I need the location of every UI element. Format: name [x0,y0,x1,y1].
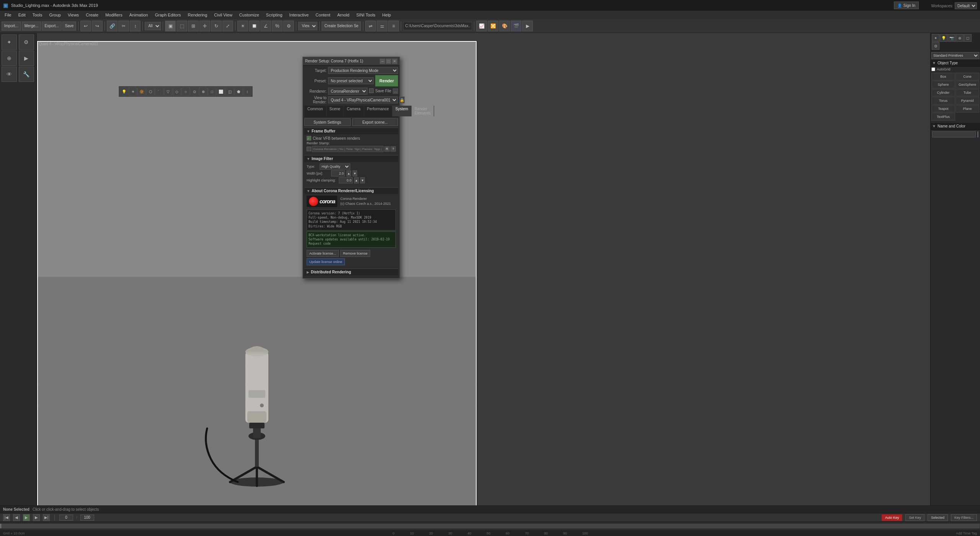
light-btn-6[interactable]: ▽ [164,87,172,96]
menu-arnold[interactable]: Arnold [334,11,353,19]
path-input[interactable] [403,22,472,30]
rs-target-select[interactable]: Production Rendering Mode [328,67,398,74]
rp-icon-5[interactable]: ◻ [964,34,972,42]
rs-close-btn[interactable]: ✕ [392,59,397,64]
rp-icon-3[interactable]: 📷 [948,34,956,42]
redo-button[interactable]: ↪ [92,21,103,31]
rp-icon-4[interactable]: ⊕ [956,34,964,42]
menu-content[interactable]: Content [312,11,333,19]
primitive-plane[interactable]: Plane [956,105,979,113]
light-btn-3[interactable]: 🔆 [137,87,146,96]
menu-scripting[interactable]: Scripting [263,11,286,19]
rs-remove-btn[interactable]: Remove license [340,250,370,257]
view-dropdown[interactable]: View [298,22,317,30]
render-setup-titlebar[interactable]: Render Setup: Corona 7 (Hotfix 1) ─ □ ✕ [303,57,400,65]
window-crossing-button[interactable]: ⊞ [188,21,199,31]
rs-highlight-up[interactable]: ▲ [354,177,359,183]
place-highlight[interactable]: ☀ [237,21,248,31]
light-btn-11[interactable]: □ [208,87,216,96]
menu-group[interactable]: Group [46,11,64,19]
rs-stamp-r-btn[interactable]: R [384,146,390,152]
light-btn-1[interactable]: 💡 [120,87,128,96]
primitive-cylinder[interactable]: Cylinder [931,89,955,96]
current-frame-input[interactable] [59,515,73,521]
save-button[interactable]: Save [62,21,77,31]
snap-toggle[interactable]: 🔲 [249,21,260,31]
light-btn-5[interactable]: ⚫ [155,87,163,96]
merge-button[interactable]: Merge... [22,21,41,31]
color-swatch[interactable] [977,131,978,137]
menu-customize[interactable]: Customize [236,11,262,19]
light-btn-15[interactable]: ↕ [243,87,252,96]
select-all-dropdown[interactable]: All [145,22,161,30]
menu-tools[interactable]: Tools [29,11,46,19]
link-button[interactable]: 🔗 [107,21,118,31]
rs-highlight-input[interactable] [339,177,353,183]
light-btn-9[interactable]: ⊙ [190,87,199,96]
set-key-btn[interactable]: Set Key [905,514,924,521]
tl-next-frame-btn[interactable]: ▶ [33,514,40,521]
name-input[interactable] [932,131,976,137]
export-button[interactable]: Export... [42,21,61,31]
rotate-button[interactable]: ↻ [211,21,222,31]
primitive-cone[interactable]: Cone [956,73,979,80]
selected-btn[interactable]: Selected [928,514,948,521]
primitive-type-dropdown[interactable]: Standard Primitives [931,52,979,59]
rs-renderer-select[interactable]: CoronaRenderer [328,88,368,95]
sidebar-motion-btn[interactable]: ▶ [19,51,34,66]
select-obj-button[interactable]: ▣ [165,21,176,31]
primitive-pyramid[interactable]: Pyramid [956,97,979,105]
rs-minimize-btn[interactable]: ─ [380,59,385,64]
rs-renderer-menu-btn[interactable]: … [393,88,398,94]
move-button[interactable]: ✛ [199,21,210,31]
bind-space-warp[interactable]: ↕ [130,21,140,31]
rs-lock-view-btn[interactable]: 🔒 [399,96,405,103]
sidebar-modify-btn[interactable]: ⚙ [19,34,34,50]
rs-type-select[interactable]: High Quality [320,163,350,170]
primitive-torus[interactable]: Torus [931,97,955,105]
rs-about-header[interactable]: ▼ About Corona Renderer/Licensing [304,187,398,194]
timeline-track[interactable] [0,522,980,530]
rp-name-color-header[interactable]: ▼ Name and Color [931,123,980,130]
rs-tab-render-elements[interactable]: Render Elements [412,106,434,116]
rs-width-input[interactable] [331,170,345,176]
scale-button[interactable]: ⤢ [222,21,233,31]
rp-object-type-header[interactable]: ▼ Object Type [931,60,980,67]
light-btn-13[interactable]: ◫ [225,87,234,96]
light-btn-2[interactable]: ☀ [129,87,137,96]
auto-key-btn[interactable]: Auto Key [882,514,903,521]
primitive-tube[interactable]: Tube [956,89,979,96]
create-selection-set[interactable]: Create Selection Se [322,21,361,31]
rs-stamp-input[interactable] [312,146,384,152]
rs-system-settings-btn[interactable]: System Settings [304,118,351,126]
menu-edit[interactable]: Edit [15,11,29,19]
key-filters-btn[interactable]: Key Filters... [951,514,977,521]
menu-create[interactable]: Create [83,11,101,19]
rs-activate-btn[interactable]: Activate license... [307,250,339,257]
autogrid-checkbox[interactable] [931,67,935,71]
menu-help[interactable]: Help [379,11,394,19]
light-btn-10[interactable]: ⊕ [199,87,207,96]
rs-stamp-help-btn[interactable]: ? [390,146,396,152]
rs-tab-system[interactable]: System [392,106,412,116]
rs-width-up[interactable]: ▲ [346,170,351,176]
rs-clear-vfb-checkbox[interactable]: ✓ [307,136,311,141]
rs-stamp-checkbox[interactable] [307,147,311,151]
undo-button[interactable]: ↩ [80,21,91,31]
primitive-geosphere[interactable]: GeoSphere [956,81,979,88]
menu-interactive[interactable]: Interactive [286,11,312,19]
rs-tab-performance[interactable]: Performance [364,106,392,116]
rs-image-filter-header[interactable]: ▼ Image Filter [304,155,398,162]
percent-snap[interactable]: % [272,21,283,31]
tl-start-btn[interactable]: |◀ [3,514,10,521]
primitive-textplus[interactable]: TextPlus [931,113,955,121]
menu-sini-tools[interactable]: SINI Tools [353,11,379,19]
light-btn-14[interactable]: ⬟ [234,87,243,96]
light-btn-4[interactable]: ⬡ [146,87,155,96]
menu-civil-view[interactable]: Civil View [211,11,235,19]
material-editor[interactable]: 🎨 [499,21,510,31]
menu-views[interactable]: Views [65,11,82,19]
rs-tab-scene[interactable]: Scene [327,106,344,116]
rs-frame-buffer-header[interactable]: ▼ Frame Buffer [304,127,398,134]
sign-in-button[interactable]: 👤 Sign In [894,2,919,9]
